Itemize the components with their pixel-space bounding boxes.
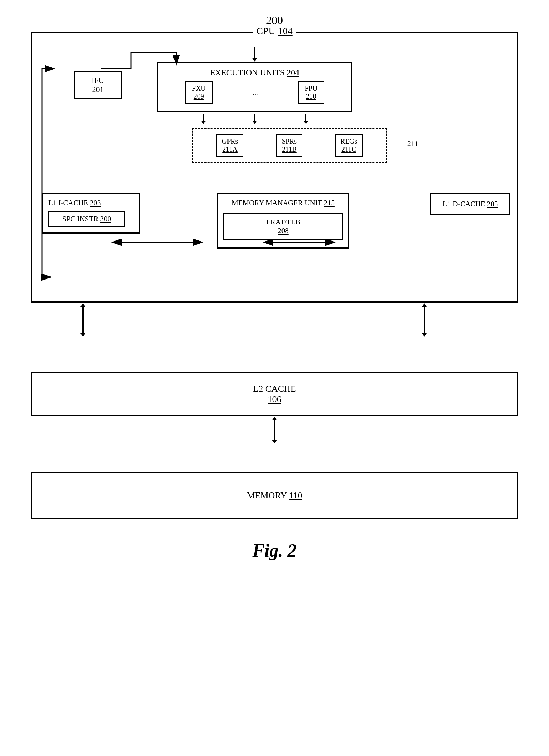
cpu-label: CPU 104 <box>253 25 296 37</box>
l1-icache-container: L1 I-CACHE 203 SPC INSTR 300 <box>42 193 136 234</box>
regs-box: REGs 211C <box>335 134 363 157</box>
exec-units-inner: FXU 209 ... FPU 210 <box>165 81 344 104</box>
arrow-ifu-to-exec <box>252 47 257 62</box>
l1-dcache-container: L1 D-CACHE 205 <box>430 193 507 215</box>
exec-to-reg-arrows <box>157 114 352 124</box>
svg-marker-18 <box>272 417 277 420</box>
mmu-box: MEMORY MANAGER UNIT 215 ERAT/TLB 208 <box>217 193 349 249</box>
figure-number-top: 200 <box>31 14 518 27</box>
spc-instr-box: SPC INSTR 300 <box>48 211 125 227</box>
fxu-box: FXU 209 <box>185 81 213 104</box>
l1-dcache-box: L1 D-CACHE 205 <box>430 193 510 215</box>
fpu-box: FPU 210 <box>298 81 325 104</box>
svg-marker-16 <box>422 333 427 337</box>
middle-row: L1 I-CACHE 203 SPC INSTR 300 MEMORY MANA… <box>42 193 507 249</box>
register-group: GPRs 211A SPRs 211B REGs 211C <box>122 124 387 163</box>
gprs-box: GPRs 211A <box>216 134 244 157</box>
l2-to-mem-arrow <box>31 416 518 444</box>
svg-marker-15 <box>422 303 427 307</box>
ifu-box: IFU 201 <box>74 71 122 99</box>
execution-units-box: EXECUTION UNITS 204 FXU 209 ... FPU 210 <box>157 62 352 112</box>
sprs-box: SPRs 211B <box>276 134 302 157</box>
figure-caption: Fig. 2 <box>31 540 518 561</box>
l1-icache-box: L1 I-CACHE 203 SPC INSTR 300 <box>42 193 140 234</box>
cpu-to-l2-arrows <box>31 303 518 337</box>
mmu-container: MEMORY MANAGER UNIT 215 ERAT/TLB 208 <box>214 193 353 249</box>
reg-group-ref: 211 <box>407 139 418 148</box>
reg-group-dashed: GPRs 211A SPRs 211B REGs 211C <box>192 128 387 163</box>
l2-cache-box: L2 CACHE 106 <box>31 372 518 416</box>
svg-marker-19 <box>272 440 277 443</box>
svg-marker-12 <box>80 303 85 307</box>
cpu-box: CPU 104 IFU 201 <box>31 32 518 303</box>
ellipsis: ... <box>252 81 258 104</box>
svg-marker-13 <box>80 333 85 337</box>
erat-tlb-box: ERAT/TLB 208 <box>223 213 343 240</box>
memory-box: MEMORY 110 <box>31 472 518 519</box>
